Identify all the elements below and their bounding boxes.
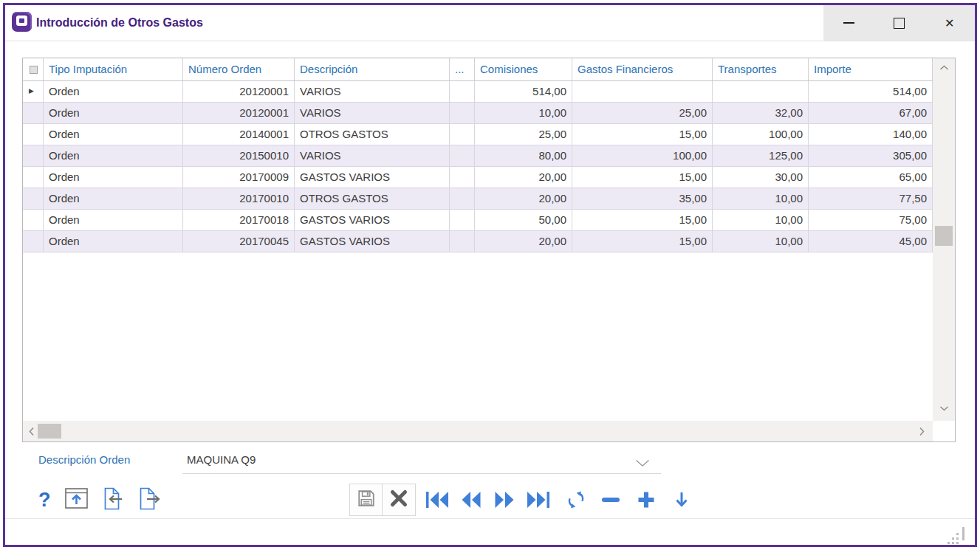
cell-tipo[interactable]: Orden [44, 188, 183, 209]
table-row[interactable]: Orden20170045GASTOS VARIOS20,0015,0010,0… [23, 231, 933, 252]
combo-chevron-down-icon[interactable] [635, 457, 650, 470]
horizontal-scroll-thumb[interactable] [38, 424, 61, 439]
cell-tipo[interactable]: Orden [44, 103, 183, 123]
table-row[interactable]: Orden20170018GASTOS VARIOS50,0015,0010,0… [23, 210, 933, 231]
resize-grip[interactable] [962, 527, 964, 540]
last-record-button[interactable] [526, 490, 551, 509]
cell-comisiones[interactable]: 20,00 [475, 167, 572, 188]
column-header-comisiones[interactable]: Comisiones [475, 58, 572, 80]
cell-numero[interactable]: 20170045 [183, 231, 295, 252]
cell-selector[interactable] [23, 145, 44, 166]
show-window-button[interactable] [65, 488, 88, 512]
cell-numero[interactable]: 20120001 [183, 81, 295, 102]
cell-dots[interactable] [450, 167, 475, 188]
cell-descripcion[interactable]: VARIOS [295, 145, 450, 166]
scroll-left-arrow-icon[interactable] [25, 421, 38, 441]
cell-comisiones[interactable]: 20,00 [475, 231, 572, 252]
cell-descripcion[interactable]: OTROS GASTOS [295, 124, 450, 145]
cancel-button[interactable] [383, 484, 416, 516]
column-header-descripcion[interactable]: Descripción [295, 58, 450, 80]
scroll-up-arrow-icon[interactable] [933, 61, 955, 75]
table-row[interactable]: Orden20140001OTROS GASTOS25,0015,00100,0… [23, 124, 933, 145]
cell-selector[interactable] [23, 231, 44, 252]
cell-transportes[interactable]: 30,00 [713, 167, 809, 188]
cell-tipo[interactable]: Orden [44, 210, 183, 230]
cell-transportes[interactable]: 125,00 [713, 145, 809, 166]
cell-gastos[interactable]: 15,00 [572, 124, 713, 145]
table-row[interactable]: ▶Orden20120001VARIOS514,00514,00 [23, 81, 933, 103]
cell-importe[interactable]: 140,00 [809, 124, 933, 145]
import-record-button[interactable] [102, 487, 124, 513]
cell-descripcion[interactable]: OTROS GASTOS [295, 188, 450, 209]
cell-tipo[interactable]: Orden [44, 81, 183, 102]
maximize-button[interactable] [874, 5, 924, 41]
cell-gastos[interactable]: 15,00 [572, 231, 713, 252]
cell-selector[interactable] [23, 124, 44, 145]
cell-transportes[interactable]: 100,00 [713, 124, 809, 145]
cell-importe[interactable]: 67,00 [809, 103, 933, 123]
cell-numero[interactable]: 20120001 [183, 103, 295, 123]
help-button[interactable]: ? [38, 490, 51, 510]
scroll-down-arrow-icon[interactable] [933, 402, 955, 415]
column-header-dots[interactable]: ... [450, 58, 475, 80]
cell-numero[interactable]: 20170018 [183, 210, 295, 230]
table-row[interactable]: Orden20170010OTROS GASTOS20,0035,0010,00… [23, 188, 933, 210]
cell-transportes[interactable]: 10,00 [713, 231, 809, 252]
scroll-right-arrow-icon[interactable] [915, 421, 928, 441]
cell-importe[interactable]: 65,00 [809, 167, 933, 188]
cell-transportes[interactable]: 10,00 [713, 210, 809, 230]
cell-gastos[interactable]: 25,00 [572, 103, 713, 123]
cell-dots[interactable] [450, 81, 475, 102]
column-header-selector[interactable] [23, 58, 44, 80]
column-header-numero[interactable]: Número Orden [183, 58, 295, 80]
save-button[interactable] [349, 484, 383, 516]
cell-comisiones[interactable]: 10,00 [475, 103, 572, 123]
cell-numero[interactable]: 20150010 [183, 145, 295, 166]
cell-tipo[interactable]: Orden [44, 167, 183, 188]
cell-gastos[interactable]: 100,00 [572, 145, 713, 166]
cell-comisiones[interactable]: 80,00 [475, 145, 572, 166]
cell-dots[interactable] [450, 145, 475, 166]
cell-transportes[interactable]: 32,00 [713, 103, 809, 123]
cell-selector[interactable] [23, 188, 44, 209]
cell-transportes[interactable]: 10,00 [713, 188, 809, 209]
cell-tipo[interactable]: Orden [44, 145, 183, 166]
cell-gastos[interactable]: 35,00 [572, 188, 713, 209]
cell-transportes[interactable] [713, 81, 809, 102]
cell-dots[interactable] [450, 188, 475, 209]
cell-descripcion[interactable]: VARIOS [295, 103, 450, 123]
refresh-button[interactable] [567, 491, 585, 509]
column-header-tipo[interactable]: Tipo Imputación [44, 58, 183, 80]
cell-importe[interactable]: 45,00 [809, 231, 933, 252]
cell-descripcion[interactable]: VARIOS [295, 81, 450, 102]
cell-dots[interactable] [450, 124, 475, 145]
cell-comisiones[interactable]: 20,00 [475, 188, 572, 209]
first-record-button[interactable] [425, 490, 450, 509]
cell-importe[interactable]: 75,00 [809, 210, 933, 230]
cell-selector[interactable]: ▶ [23, 81, 44, 102]
description-order-combobox[interactable]: MAQUINA Q9 [187, 453, 256, 466]
prior-record-button[interactable] [459, 490, 483, 509]
vertical-scroll-thumb[interactable] [935, 226, 953, 246]
table-row[interactable]: Orden20120001VARIOS10,0025,0032,0067,00 [23, 103, 933, 124]
cell-comisiones[interactable]: 50,00 [475, 210, 572, 230]
cell-dots[interactable] [450, 210, 475, 230]
cell-gastos[interactable]: 15,00 [572, 167, 713, 188]
cell-numero[interactable]: 20170010 [183, 188, 295, 209]
insert-record-button[interactable] [637, 490, 656, 509]
cell-selector[interactable] [23, 103, 44, 123]
cell-descripcion[interactable]: GASTOS VARIOS [295, 231, 450, 252]
close-button[interactable]: ✕ [925, 5, 975, 41]
cell-gastos[interactable]: 15,00 [572, 210, 713, 230]
cell-importe[interactable]: 305,00 [809, 145, 933, 166]
cell-selector[interactable] [23, 167, 44, 188]
cell-tipo[interactable]: Orden [44, 231, 183, 252]
cell-comisiones[interactable]: 514,00 [475, 81, 572, 102]
cell-dots[interactable] [450, 231, 475, 252]
cell-descripcion[interactable]: GASTOS VARIOS [295, 210, 450, 230]
delete-record-button[interactable] [601, 497, 620, 503]
cell-gastos[interactable] [572, 81, 713, 102]
cell-numero[interactable]: 20170009 [183, 167, 295, 188]
cell-importe[interactable]: 514,00 [809, 81, 933, 102]
minimize-button[interactable] [823, 5, 874, 41]
